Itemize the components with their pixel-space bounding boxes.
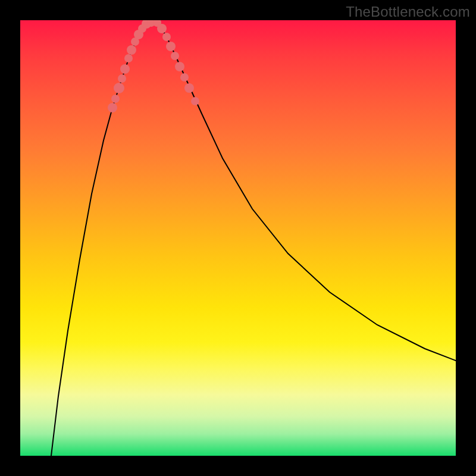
marker-point bbox=[157, 24, 167, 33]
marker-point bbox=[120, 64, 130, 74]
marker-point bbox=[114, 83, 124, 93]
watermark-text: TheBottleneck.com bbox=[346, 4, 470, 20]
marker-layer bbox=[108, 20, 199, 112]
marker-point bbox=[166, 42, 176, 51]
series-right-branch bbox=[157, 23, 456, 361]
chart-plot-area bbox=[20, 20, 456, 456]
marker-point bbox=[108, 103, 117, 112]
marker-point bbox=[184, 83, 194, 93]
marker-point bbox=[171, 52, 179, 60]
marker-point bbox=[191, 97, 199, 105]
curve-layer bbox=[51, 23, 456, 456]
marker-point bbox=[124, 54, 133, 62]
marker-point bbox=[111, 95, 120, 103]
marker-point bbox=[175, 62, 184, 71]
marker-point bbox=[127, 45, 136, 55]
marker-point bbox=[162, 33, 171, 41]
marker-point bbox=[180, 73, 189, 82]
chart-svg bbox=[20, 20, 456, 456]
series-left-branch bbox=[51, 23, 146, 456]
marker-point bbox=[118, 74, 126, 83]
